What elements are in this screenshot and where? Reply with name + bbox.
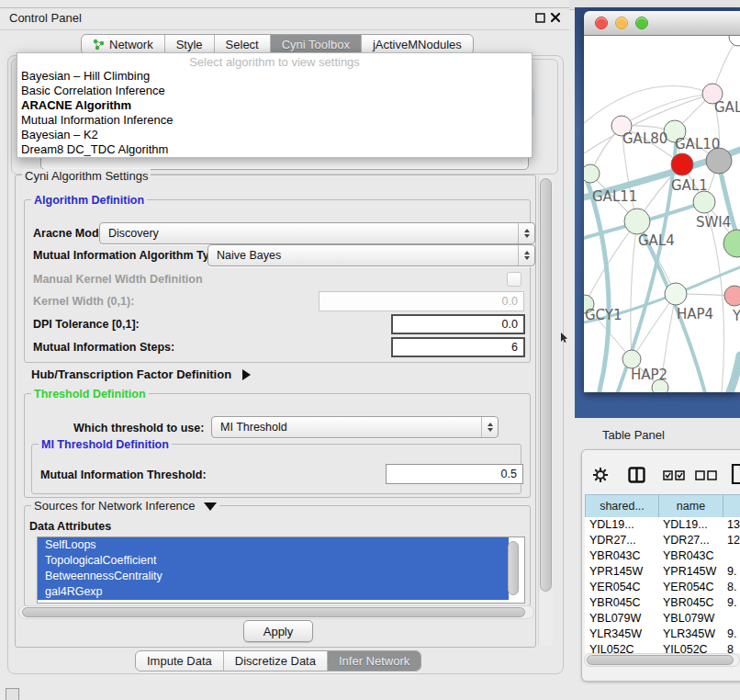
node-gal1[interactable] (671, 153, 693, 175)
table-row[interactable]: YER054CYER054C8. (585, 580, 740, 595)
table-row[interactable]: YDR27...YDR27...12 (585, 533, 740, 548)
network-edge[interactable] (714, 356, 740, 392)
table-hscrollbar-thumb[interactable] (587, 655, 734, 665)
node-big-green[interactable] (723, 230, 740, 257)
table-cell: 13 (723, 517, 740, 533)
attribute-item[interactable]: SelfLoops (38, 537, 509, 553)
mi-steps-field[interactable]: 6 (391, 337, 525, 357)
tab-discretize-data[interactable]: Discretize Data (224, 651, 328, 671)
node-salmon[interactable] (724, 286, 740, 306)
which-threshold-value: MI Threshold (220, 421, 287, 434)
tab-network[interactable]: Network (82, 35, 165, 54)
gear-icon[interactable] (592, 467, 609, 483)
tab-style[interactable]: Style (165, 35, 215, 54)
aracne-mode-combo[interactable]: Discovery (99, 222, 535, 244)
columns-icon[interactable] (628, 467, 645, 483)
data-attributes-list[interactable]: SelfLoopsTopologicalCoefficientBetweenne… (37, 536, 525, 604)
column-header[interactable]: shared... (585, 494, 658, 518)
minimized-panel-icon[interactable] (6, 688, 19, 700)
attribute-item[interactable]: gal4RGexp (38, 584, 509, 600)
table-cell: YBR045C (658, 595, 723, 611)
algorithm-option[interactable]: Bayesian – K2 (17, 128, 532, 142)
algorithm-option[interactable]: Mutual Information Inference (17, 113, 532, 128)
mi-steps-value: 6 (511, 341, 518, 354)
algorithm-definition-title: Algorithm Definition (31, 194, 147, 207)
expand-arrow-icon[interactable] (242, 369, 251, 380)
mi-threshold-field[interactable]: 0.5 (386, 464, 523, 484)
table-row[interactable]: YBR045CYBR045C9. (585, 595, 740, 611)
node-hap4[interactable] (665, 283, 687, 305)
apply-button[interactable]: Apply (243, 620, 313, 642)
tab-label: Network (109, 38, 153, 51)
table-row[interactable]: YBR043CYBR043C (585, 548, 740, 564)
tab-impute-data[interactable]: Impute Data (136, 651, 224, 671)
algorithm-option[interactable]: Basic Correlation Inference (17, 84, 532, 98)
table-cell: YPR145W (585, 564, 658, 580)
tab-jactivemnodules[interactable]: jActiveMNodules (362, 35, 473, 54)
table-cell: YER054C (585, 580, 658, 595)
column-header[interactable]: name (658, 494, 723, 518)
select-all-icon[interactable] (663, 470, 686, 480)
mi-algorithm-type-value: Naive Bayes (217, 249, 281, 262)
node-label-gal10: GAL10 (675, 136, 720, 152)
deselect-all-icon[interactable] (695, 470, 718, 480)
settings-hscrollbar-thumb[interactable] (22, 607, 525, 617)
kernel-width-field[interactable]: 0.0 (319, 291, 524, 311)
attributes-scrollbar[interactable] (508, 541, 519, 595)
collapse-arrow-icon[interactable] (204, 502, 217, 511)
algorithm-option[interactable]: Dream8 DC_TDC Algorithm (17, 142, 532, 157)
which-threshold-combo[interactable]: MI Threshold (211, 416, 499, 438)
sources-title[interactable]: Sources for Network Inference (31, 499, 219, 513)
network-canvas[interactable]: GALGAL80GAL10GAL1SWI4GAL11GAL4GCY1HAP4YH… (584, 36, 740, 392)
table-row[interactable]: YDL19...YDL19...13 (585, 517, 740, 533)
node-gal4[interactable] (624, 209, 650, 234)
dpi-tolerance-field[interactable]: 0.0 (391, 314, 525, 334)
mac-close-icon[interactable] (595, 17, 608, 29)
node-hap2[interactable] (622, 350, 641, 368)
column-header[interactable] (723, 494, 740, 518)
float-window-icon[interactable] (535, 13, 545, 23)
apply-button-label: Apply (263, 625, 294, 638)
table-cell: YPR145W (658, 564, 723, 580)
node-top-white[interactable] (729, 36, 740, 46)
node-swi4[interactable] (693, 191, 715, 213)
attribute-item[interactable]: BetweennessCentrality (38, 569, 509, 584)
network-window-titlebar[interactable] (584, 11, 740, 36)
close-icon[interactable] (550, 12, 561, 23)
combo-stepper-icon[interactable] (518, 223, 534, 243)
hub-definition-label[interactable]: Hub/Transcription Factor Definition (31, 367, 251, 381)
network-edge[interactable] (704, 202, 724, 392)
cyni-bottom-tabs: Impute DataDiscretize DataInfer Network (135, 650, 421, 672)
tab-infer-network[interactable]: Infer Network (328, 651, 420, 671)
mac-zoom-icon[interactable] (635, 17, 648, 29)
table-row[interactable]: YBL079WYBL079W (585, 611, 740, 627)
table-row[interactable]: YLR345WYLR345W9. (585, 627, 740, 642)
combo-stepper-icon[interactable] (481, 417, 498, 437)
control-panel-titlebar (0, 7, 569, 30)
table-header: shared...name (585, 494, 740, 518)
attribute-item[interactable]: TopologicalCoefficient (38, 553, 509, 569)
manual-kernel-width-checkbox[interactable] (507, 272, 521, 287)
table-row[interactable]: YPR145WYPR145W9. (585, 564, 740, 580)
document-icon[interactable] (731, 463, 740, 485)
mi-threshold-value: 0.5 (501, 468, 517, 480)
node-label-gal: GAL (714, 99, 740, 116)
tab-select[interactable]: Select (215, 35, 271, 54)
table-cell: YDR27... (585, 533, 658, 548)
mi-algorithm-type-label: Mutual Information Algorithm Type: (33, 249, 226, 262)
node-label-gal80: GAL80 (622, 130, 667, 147)
mac-minimize-icon[interactable] (615, 17, 628, 29)
combo-stepper-icon[interactable] (518, 245, 534, 265)
table-body: YDL19...YDL19...13YDR27...YDR27...12YBR0… (585, 517, 740, 653)
network-icon (93, 39, 105, 51)
table-row[interactable]: YIL052CYIL052C8 (585, 642, 740, 653)
table-cell: 9. (723, 564, 740, 580)
hub-definition-text: Hub/Transcription Factor Definition (31, 367, 231, 381)
tab-cyni-toolbox[interactable]: Cyni Toolbox (271, 35, 362, 54)
screen: Control Panel NetworkStyleSelectCyni Too… (0, 0, 740, 700)
node-gal11[interactable] (584, 164, 600, 183)
settings-scrollbar-thumb[interactable] (540, 178, 552, 592)
mi-algorithm-type-combo[interactable]: Naive Bayes (207, 244, 535, 266)
algorithm-option[interactable]: ARACNE Algorithm (17, 98, 532, 113)
algorithm-option[interactable]: Bayesian – Hill Climbing (17, 69, 532, 84)
